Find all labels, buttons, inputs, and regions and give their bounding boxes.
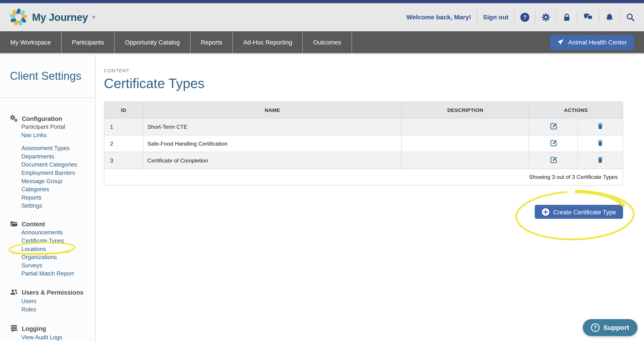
cell-edit bbox=[529, 152, 578, 169]
sidebar-link-departments[interactable]: Departments bbox=[0, 152, 95, 160]
sidebar-section-logging: Logging View Audit Logs bbox=[0, 324, 95, 341]
divider bbox=[620, 11, 620, 23]
cell-description bbox=[402, 152, 529, 169]
users-icon bbox=[10, 288, 18, 296]
nav-item-reports[interactable]: Reports bbox=[190, 31, 233, 53]
search-button[interactable] bbox=[626, 13, 635, 22]
divider bbox=[514, 11, 515, 23]
divider bbox=[477, 11, 477, 23]
divider bbox=[599, 11, 599, 23]
send-icon bbox=[558, 39, 564, 46]
sidebar-link-assessment-types[interactable]: Assessment Types bbox=[0, 144, 95, 152]
divider bbox=[556, 11, 556, 23]
cell-id: 3 bbox=[104, 152, 143, 169]
sidebar-section-content: Content Announcements Certificate Types … bbox=[0, 220, 95, 277]
edit-button[interactable] bbox=[548, 138, 559, 149]
cell-delete bbox=[578, 152, 623, 169]
table-row: 3 Certificate of Completion bbox=[104, 152, 623, 169]
messages-button[interactable] bbox=[583, 13, 593, 22]
section-title-logging: Logging bbox=[22, 325, 46, 332]
create-row: Create Certificate Type bbox=[104, 205, 623, 219]
question-circle-icon: ? bbox=[591, 323, 599, 332]
masthead: My Journey® Welcome back, Mary! Sign out… bbox=[0, 3, 644, 31]
sidebar-link-announcements[interactable]: Announcements bbox=[0, 228, 95, 237]
table-header-row: ID NAME DESCRIPTION ACTIONS bbox=[104, 102, 623, 118]
audit-log-icon bbox=[10, 324, 18, 332]
sidebar-link-surveys[interactable]: Surveys bbox=[0, 261, 95, 269]
nav-item-my-workspace[interactable]: My Workspace bbox=[0, 31, 62, 53]
notifications-button[interactable] bbox=[605, 13, 614, 22]
table-row: 1 Short-Term CTE bbox=[104, 118, 623, 135]
brand-name: My Journey bbox=[32, 11, 88, 23]
divider bbox=[0, 98, 95, 98]
question-circle-icon: ? bbox=[520, 13, 529, 22]
edit-button[interactable] bbox=[548, 121, 559, 132]
divider bbox=[535, 11, 536, 23]
sidebar-link-settings[interactable]: Settings bbox=[0, 202, 95, 210]
nav-item-adhoc-reporting[interactable]: Ad-Hoc Reporting bbox=[233, 31, 303, 53]
brand-logo[interactable]: My Journey® bbox=[9, 8, 95, 27]
cell-description bbox=[402, 135, 529, 152]
create-certificate-type-button[interactable]: Create Certificate Type bbox=[535, 205, 623, 219]
help-button[interactable]: ? bbox=[520, 13, 529, 22]
cell-edit bbox=[529, 118, 578, 135]
cell-name: Safe-Food Handling Certification bbox=[143, 135, 402, 152]
chat-bubbles-icon bbox=[583, 13, 593, 22]
sidebar-link-employment-barriers[interactable]: Employment Barriers bbox=[0, 168, 95, 177]
animal-health-center-button[interactable]: Animal Health Center bbox=[550, 35, 634, 50]
support-button[interactable]: ? Support bbox=[583, 319, 638, 336]
page-title: Certificate Types bbox=[104, 76, 623, 91]
sidebar-section-users-permissions: Users & Permissions Users Roles bbox=[0, 288, 95, 313]
column-header-actions: ACTIONS bbox=[529, 102, 623, 118]
folder-open-icon bbox=[10, 220, 18, 227]
table-footer-row: Showing 3 out of 3 Certificate Types bbox=[104, 169, 623, 185]
edit-icon bbox=[549, 156, 557, 164]
nav-item-outcomes[interactable]: Outcomes bbox=[303, 31, 352, 53]
column-header-description: DESCRIPTION bbox=[402, 102, 529, 118]
plus-circle-icon bbox=[542, 208, 550, 216]
section-links: Users Roles bbox=[0, 297, 95, 313]
edit-icon bbox=[549, 122, 557, 130]
edit-button[interactable] bbox=[548, 155, 559, 166]
nav-item-participants[interactable]: Participants bbox=[62, 31, 115, 53]
section-header: Users & Permissions bbox=[0, 288, 95, 296]
sidebar-link-users[interactable]: Users bbox=[0, 297, 95, 305]
registered-mark: ® bbox=[92, 15, 95, 19]
delete-button[interactable] bbox=[595, 155, 606, 166]
section-header: Configuration bbox=[0, 114, 95, 123]
edit-icon bbox=[549, 139, 557, 147]
sidebar-link-nav-links[interactable]: Nav Links bbox=[0, 131, 95, 139]
sidebar-title: Client Settings bbox=[0, 54, 95, 98]
app-window: My Journey® Welcome back, Mary! Sign out… bbox=[0, 0, 644, 342]
gears-icon bbox=[10, 114, 18, 123]
content-row: Client Settings bbox=[0, 54, 644, 342]
section-links: Assessment Types Departments Document Ca… bbox=[0, 144, 95, 210]
sidebar-link-certificate-types[interactable]: Certificate Types bbox=[0, 236, 95, 245]
cell-edit bbox=[529, 135, 578, 152]
delete-button[interactable] bbox=[595, 138, 606, 149]
sidebar-item-participant-portal: Participant Portal bbox=[0, 122, 95, 131]
section-links: View Audit Logs bbox=[0, 333, 95, 341]
sidebar-link-reports[interactable]: Reports bbox=[0, 193, 95, 202]
nav-item-opportunity-catalog[interactable]: Opportunity Catalog bbox=[115, 31, 190, 53]
settings-button[interactable] bbox=[541, 13, 550, 22]
bell-icon bbox=[605, 13, 614, 22]
cell-delete bbox=[578, 118, 623, 135]
privacy-button[interactable] bbox=[562, 13, 571, 22]
column-header-id: ID bbox=[104, 102, 143, 118]
sidebar-link-document-categories[interactable]: Document Categories bbox=[0, 160, 95, 169]
delete-button[interactable] bbox=[595, 121, 606, 132]
sign-out-link[interactable]: Sign out bbox=[483, 14, 508, 21]
client-settings-sidebar: Client Settings bbox=[0, 54, 96, 342]
sidebar-link-message-group-categories[interactable]: Message Group Categories bbox=[0, 177, 95, 193]
sidebar-link-partial-match-report[interactable]: Partial Match Report bbox=[0, 269, 95, 278]
cell-name: Certificate of Completion bbox=[143, 152, 402, 169]
section-title-content: Content bbox=[22, 220, 45, 227]
sidebar-link-locations[interactable]: Locations bbox=[0, 245, 95, 253]
main-nav: My Workspace Participants Opportunity Ca… bbox=[0, 31, 644, 54]
cell-description bbox=[402, 118, 529, 135]
sidebar-section-configuration: Configuration Participant Portal Nav Lin… bbox=[0, 114, 95, 210]
sidebar-link-roles[interactable]: Roles bbox=[0, 305, 95, 313]
sidebar-link-view-audit-logs[interactable]: View Audit Logs bbox=[0, 333, 95, 341]
sidebar-link-organizations[interactable]: Organizations bbox=[0, 253, 95, 261]
